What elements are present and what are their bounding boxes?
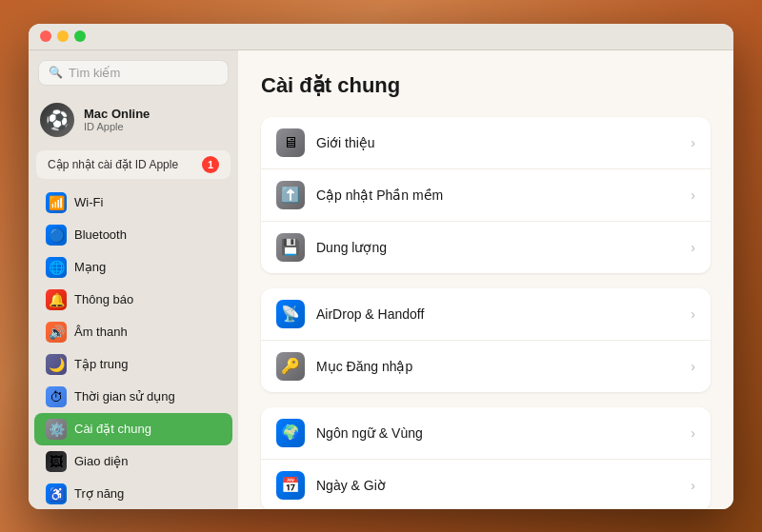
row-label-about: Giới thiệu (316, 135, 691, 150)
sidebar-item-accessibility[interactable]: ♿Trợ năng (34, 478, 232, 509)
settings-row-about[interactable]: 🖥Giới thiệu› (261, 117, 711, 169)
sound-icon: 🔊 (46, 322, 67, 343)
row-label-language: Ngôn ngữ & Vùng (316, 425, 691, 441)
appearance-icon: 🖼 (46, 451, 67, 472)
chevron-icon-about: › (691, 135, 695, 150)
profile-info: Mac Online ID Apple (84, 107, 150, 132)
settings-groups: 🖥Giới thiệu›⬆️Cập nhật Phần mềm›💾Dung lư… (261, 117, 711, 509)
sidebar-label-screentime: Thời gian sử dụng (74, 389, 175, 404)
screentime-icon: ⏱ (46, 386, 67, 407)
chevron-icon-datetime: › (691, 478, 695, 493)
sidebar-item-bluetooth[interactable]: 🔵Bluetooth (34, 219, 232, 251)
chevron-icon-airdrop: › (691, 306, 695, 322)
maximize-button[interactable] (74, 30, 86, 42)
settings-group-group1: 🖥Giới thiệu›⬆️Cập nhật Phần mềm›💾Dung lư… (261, 117, 711, 273)
system-preferences-window: 🔍 Tìm kiếm ⚽ Mac Online ID Apple Cập nhậ… (29, 24, 733, 509)
login-row-icon: 🔑 (276, 352, 305, 381)
search-icon: 🔍 (49, 66, 63, 79)
sidebar-item-focus[interactable]: 🌙Tập trung (34, 348, 232, 381)
settings-row-airdrop[interactable]: 📡AirDrop & Handoff› (261, 288, 711, 341)
storage-row-icon: 💾 (276, 233, 305, 262)
sidebar-items-list: 📶Wi-Fi🔵Bluetooth🌐Mạng🔔Thông báo🔊Âm thanh… (29, 187, 238, 509)
chevron-icon-login: › (691, 359, 695, 374)
sidebar-label-wifi: Wi-Fi (74, 195, 103, 209)
sidebar-label-network: Mạng (74, 260, 106, 274)
sidebar-item-notifications[interactable]: 🔔Thông báo (34, 284, 232, 316)
wifi-icon: 📶 (46, 192, 67, 213)
sidebar-label-general: Cài đặt chung (74, 422, 151, 436)
chevron-icon-update: › (691, 187, 695, 203)
sidebar-label-sound: Âm thanh (74, 325, 128, 339)
window-content: 🔍 Tìm kiếm ⚽ Mac Online ID Apple Cập nhậ… (29, 50, 733, 509)
profile-name: Mac Online (84, 107, 150, 121)
update-row-icon: ⬆️ (276, 181, 305, 209)
chevron-icon-language: › (691, 425, 695, 441)
search-box[interactable]: 🔍 Tìm kiếm (38, 60, 229, 86)
traffic-lights (40, 30, 86, 42)
language-row-icon: 🌍 (276, 419, 305, 447)
network-icon: 🌐 (46, 257, 67, 278)
sidebar: 🔍 Tìm kiếm ⚽ Mac Online ID Apple Cập nhậ… (29, 50, 238, 509)
settings-row-storage[interactable]: 💾Dung lượng› (261, 222, 711, 273)
settings-row-language[interactable]: 🌍Ngôn ngữ & Vùng› (261, 407, 711, 460)
bluetooth-icon: 🔵 (46, 225, 67, 246)
settings-row-login[interactable]: 🔑Mục Đăng nhập› (261, 341, 711, 392)
general-icon: ⚙️ (46, 419, 67, 440)
sidebar-item-screentime[interactable]: ⏱Thời gian sử dụng (34, 381, 232, 413)
row-label-storage: Dung lượng (316, 240, 691, 255)
settings-group-group3: 🌍Ngôn ngữ & Vùng›📅Ngày & Giờ› (261, 407, 711, 509)
notifications-icon: 🔔 (46, 289, 67, 310)
settings-row-update[interactable]: ⬆️Cập nhật Phần mềm› (261, 169, 711, 222)
sidebar-label-bluetooth: Bluetooth (74, 227, 127, 242)
close-button[interactable] (40, 30, 51, 42)
focus-icon: 🌙 (46, 354, 67, 375)
sidebar-item-network[interactable]: 🌐Mạng (34, 251, 232, 284)
row-label-airdrop: AirDrop & Handoff (316, 306, 691, 322)
update-banner[interactable]: Cập nhật cài đặt ID Apple 1 (36, 150, 231, 179)
row-label-datetime: Ngày & Giờ (316, 478, 691, 493)
main-content: Cài đặt chung 🖥Giới thiệu›⬆️Cập nhật Phầ… (238, 50, 733, 509)
sidebar-item-appearance[interactable]: 🖼Giao diện (34, 445, 232, 478)
page-title: Cài đặt chung (261, 73, 711, 98)
sidebar-item-sound[interactable]: 🔊Âm thanh (34, 316, 232, 348)
row-label-update: Cập nhật Phần mềm (316, 187, 691, 203)
update-text: Cập nhật cài đặt ID Apple (48, 158, 178, 171)
sidebar-item-wifi[interactable]: 📶Wi-Fi (34, 187, 232, 219)
update-badge: 1 (202, 156, 219, 173)
titlebar (29, 24, 733, 50)
profile-section[interactable]: ⚽ Mac Online ID Apple (29, 95, 238, 145)
sidebar-label-accessibility: Trợ năng (74, 486, 124, 501)
about-row-icon: 🖥 (276, 128, 305, 157)
datetime-row-icon: 📅 (276, 471, 305, 500)
sidebar-label-appearance: Giao diện (74, 454, 128, 468)
accessibility-icon: ♿ (46, 483, 67, 504)
sidebar-item-general[interactable]: ⚙️Cài đặt chung (34, 413, 232, 445)
chevron-icon-storage: › (691, 240, 695, 255)
settings-group-group2: 📡AirDrop & Handoff›🔑Mục Đăng nhập› (261, 288, 711, 392)
airdrop-row-icon: 📡 (276, 300, 305, 328)
profile-sub: ID Apple (84, 121, 150, 132)
sidebar-label-focus: Tập trung (74, 357, 128, 371)
search-input[interactable]: Tìm kiếm (69, 66, 120, 80)
sidebar-label-notifications: Thông báo (74, 292, 133, 306)
settings-row-datetime[interactable]: 📅Ngày & Giờ› (261, 460, 711, 509)
row-label-login: Mục Đăng nhập (316, 359, 691, 374)
avatar: ⚽ (40, 103, 74, 137)
minimize-button[interactable] (57, 30, 69, 42)
